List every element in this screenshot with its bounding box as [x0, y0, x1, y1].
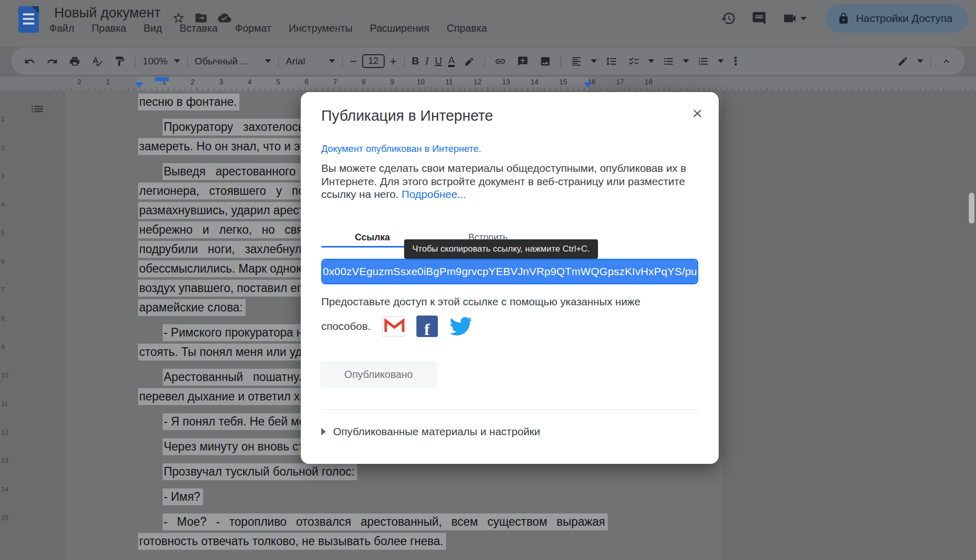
- ruler-number: 17: [616, 78, 624, 86]
- vertical-ruler-number: 8: [1, 315, 5, 322]
- vertical-ruler-number: 12: [1, 429, 8, 436]
- chevron-down-icon[interactable]: [329, 59, 335, 63]
- document-title[interactable]: Новый документ: [54, 5, 161, 21]
- highlight-color-icon[interactable]: [463, 55, 475, 68]
- share-settings-button[interactable]: Настройки Доступа: [825, 4, 968, 33]
- selected-text: песню в фонтане.: [138, 94, 239, 110]
- scrollbar[interactable]: [969, 193, 974, 223]
- chevron-down-icon[interactable]: [801, 17, 807, 20]
- right-indent-marker[interactable]: [584, 82, 592, 88]
- menu-item-формат[interactable]: Формат: [235, 23, 271, 34]
- version-history-icon[interactable]: [721, 11, 736, 26]
- bulleted-list-icon[interactable]: [662, 55, 675, 68]
- add-comment-icon[interactable]: [517, 55, 529, 68]
- vertical-ruler-number: 11: [1, 400, 8, 408]
- twitter-icon[interactable]: [450, 315, 472, 338]
- checklist-icon[interactable]: [628, 55, 640, 68]
- paragraph-style-select[interactable]: Обычный ...: [195, 56, 249, 67]
- menu-item-вставка[interactable]: Вставка: [180, 23, 217, 34]
- video-call-icon[interactable]: [782, 11, 797, 26]
- toolbar-divider: [484, 55, 485, 68]
- ruler-number: 1: [106, 78, 110, 86]
- expander-label: Опубликованные материалы и настройки: [333, 425, 540, 438]
- font-size-input[interactable]: 12: [362, 54, 385, 68]
- toolbar-divider: [278, 55, 279, 68]
- editing-mode-pencil-icon[interactable]: [897, 55, 909, 68]
- more-options-icon[interactable]: ⋮: [730, 55, 741, 68]
- increase-font-size-button[interactable]: +: [390, 54, 397, 69]
- vertical-ruler-number: 5: [1, 229, 5, 237]
- selected-text: Прозвучал тусклый больной голос:: [163, 463, 357, 480]
- toolbar: 100% Обычный ... Arial − 12 + B I U A ⋮: [11, 48, 965, 75]
- published-status-link[interactable]: Документ опубликован в Интернете.: [321, 143, 481, 154]
- paragraph: - Мое? - торопливо отозвался арестованны…: [138, 512, 721, 551]
- vertical-ruler-number: 4: [1, 200, 5, 208]
- undo-icon[interactable]: [24, 55, 36, 68]
- chevron-down-icon[interactable]: [265, 59, 271, 63]
- close-icon[interactable]: ×: [692, 104, 702, 122]
- learn-more-link[interactable]: Подробнее...: [402, 188, 466, 200]
- bold-button[interactable]: B: [412, 55, 419, 67]
- redo-icon[interactable]: [46, 55, 58, 68]
- decrease-font-size-button[interactable]: −: [350, 54, 357, 69]
- chevron-down-icon[interactable]: [718, 59, 724, 63]
- first-line-indent-marker[interactable]: [155, 77, 169, 81]
- menu-item-расширения[interactable]: Расширения: [370, 23, 429, 34]
- gmail-icon[interactable]: [382, 315, 405, 338]
- zoom-level[interactable]: 100%: [143, 56, 168, 67]
- docs-logo-icon[interactable]: [18, 6, 39, 33]
- underline-button[interactable]: U: [435, 55, 442, 67]
- vertical-ruler-number: 2: [1, 144, 5, 151]
- ruler-number: 7: [333, 78, 337, 86]
- menu-item-правка[interactable]: Правка: [92, 23, 126, 34]
- menu-item-файл[interactable]: Файл: [49, 23, 74, 34]
- text-line[interactable]: - Имя?: [138, 487, 721, 506]
- chevron-down-icon[interactable]: [174, 59, 180, 63]
- share-hint-text: Предоставьте доступ к этой ссылке с помо…: [321, 296, 710, 308]
- toolbar-divider: [342, 55, 343, 68]
- text-color-button[interactable]: A: [448, 55, 455, 67]
- print-icon[interactable]: [69, 55, 81, 68]
- chevron-down-icon[interactable]: [591, 59, 597, 63]
- hide-menus-chevron-icon[interactable]: [940, 55, 952, 68]
- comments-icon[interactable]: [751, 11, 767, 26]
- align-icon[interactable]: [570, 55, 583, 68]
- selected-text: - Я понял тебя. Не бей меня.: [163, 413, 324, 430]
- dialog-description: Вы можете сделать свои материалы общедос…: [321, 162, 705, 201]
- text-line[interactable]: Прозвучал тусклый больной голос:: [138, 462, 721, 481]
- toolbar-divider: [930, 55, 931, 68]
- paint-format-icon[interactable]: [114, 55, 126, 68]
- menu-item-инструменты[interactable]: Инструменты: [289, 23, 352, 34]
- chevron-down-icon[interactable]: [917, 59, 923, 63]
- italic-button[interactable]: I: [425, 55, 429, 67]
- expand-arrow-icon: [321, 428, 326, 435]
- published-button[interactable]: Опубликовано: [320, 361, 437, 388]
- menu-item-справка[interactable]: Справка: [447, 23, 486, 34]
- chevron-down-icon[interactable]: [648, 59, 654, 63]
- video-call-control[interactable]: [782, 11, 810, 26]
- horizontal-ruler[interactable]: 21123456789101112131415161718: [0, 77, 976, 91]
- selected-text: - Имя?: [163, 488, 203, 505]
- document-outline-icon[interactable]: [30, 101, 45, 117]
- menu-item-вид[interactable]: Вид: [144, 23, 162, 34]
- ruler-number: 9: [390, 78, 394, 86]
- facebook-icon[interactable]: f: [416, 315, 438, 338]
- published-content-expander[interactable]: Опубликованные материалы и настройки: [321, 425, 540, 438]
- chevron-down-icon[interactable]: [683, 59, 689, 63]
- insert-link-icon[interactable]: [494, 55, 506, 68]
- numbered-list-icon[interactable]: [697, 55, 709, 68]
- selected-text: арамейские слова:: [138, 299, 246, 316]
- text-line[interactable]: - Мое? - торопливо отозвался арестованны…: [138, 512, 721, 531]
- paragraph: Прозвучал тусклый больной голос:: [138, 462, 721, 481]
- lock-icon: [837, 12, 850, 25]
- font-family-select[interactable]: Arial: [286, 56, 305, 67]
- line-spacing-icon[interactable]: [605, 55, 617, 68]
- dialog-title: Публикация в Интернете: [321, 107, 493, 124]
- insert-image-icon[interactable]: [539, 55, 551, 68]
- publish-url-input[interactable]: 0x00zVEguzmSsxe0iBgPm9grvcpYEBVJnVRp9QTm…: [321, 259, 698, 284]
- spellcheck-icon[interactable]: [91, 55, 103, 68]
- app-screen: Новый документ ФайлПравкаВидВставкаФорма…: [0, 0, 976, 560]
- text-line[interactable]: готовность отвечать толково, не вызывать…: [138, 531, 721, 551]
- left-indent-marker[interactable]: [135, 82, 143, 88]
- toolbar-divider: [561, 55, 561, 68]
